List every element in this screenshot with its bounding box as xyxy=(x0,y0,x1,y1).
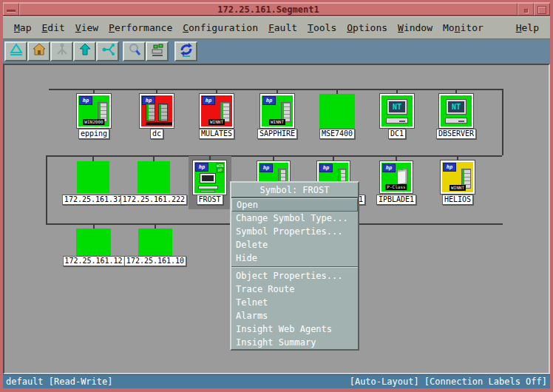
hp-logo-icon: hp xyxy=(382,163,396,172)
map-node-172-25-161-37[interactable] xyxy=(77,161,109,193)
node-label-mulates: MULATES xyxy=(199,129,234,139)
node-connector-stub xyxy=(396,155,397,161)
auto-layout-icon xyxy=(150,42,165,60)
menu-options[interactable]: Options xyxy=(342,21,393,35)
hp-logo-icon: hp xyxy=(319,163,333,172)
quick-navigator-button[interactable] xyxy=(96,41,119,61)
network-bus-line[interactable] xyxy=(49,89,502,90)
map-node-dc1[interactable]: NT xyxy=(380,94,414,128)
menu-performance[interactable]: Performance xyxy=(104,21,177,35)
hp-logo-icon: hp xyxy=(262,96,276,105)
root-submap-button[interactable] xyxy=(50,41,73,61)
os-version-badge: WINNT xyxy=(269,119,285,125)
node-label-172-25-161-222: 172.25.161.222 xyxy=(121,195,187,205)
home-submap-button[interactable] xyxy=(27,41,50,61)
node-label-ipblade1: IPBLADE1 xyxy=(376,195,416,205)
pan-zoom-icon xyxy=(127,42,142,60)
node-label-frost: FROST xyxy=(196,195,223,205)
menu-item-object-properties[interactable]: Object Properties... xyxy=(231,269,358,283)
hp-logo-icon: hp xyxy=(259,163,273,172)
menu-fault[interactable]: Fault xyxy=(263,21,302,35)
window-menu-button[interactable] xyxy=(3,3,19,16)
node-label-dc: dc xyxy=(150,129,163,139)
auto-layout-button[interactable] xyxy=(146,41,169,61)
map-node-sapphire[interactable]: hpWINNT xyxy=(260,94,294,128)
map-node-mulates[interactable]: hpWINNT xyxy=(200,94,234,128)
node-label-sapphire: SAPPHIRE xyxy=(257,129,297,139)
window-title: 172.25.161.Segment1 xyxy=(19,3,518,16)
menu-map[interactable]: Map xyxy=(9,21,36,35)
hp-logo-icon: hp xyxy=(195,163,208,172)
parent-submap-button[interactable] xyxy=(73,41,96,61)
menu-edit[interactable]: Edit xyxy=(36,21,69,35)
menu-item-symbol-properties[interactable]: Symbol Properties... xyxy=(231,225,358,238)
status-map-context: default [Read-Write] xyxy=(6,376,113,387)
node-connector-stub xyxy=(457,155,458,160)
node-label-172-25-161-37: 172.25.161.37 xyxy=(62,195,124,205)
window-menu-icon xyxy=(7,10,16,12)
pc-base-icon xyxy=(445,118,467,124)
node-connector-stub xyxy=(155,223,156,229)
application-window: 172.25.161.Segment1 MapEditViewPerforman… xyxy=(0,0,553,392)
os-version-badge: P-Class xyxy=(385,184,407,190)
menu-configuration[interactable]: Configuration xyxy=(177,21,263,35)
node-connector-stub xyxy=(93,89,95,94)
menubar: MapEditViewPerformanceConfigurationFault… xyxy=(3,16,550,39)
maximize-button[interactable] xyxy=(534,3,550,16)
menu-item-delete[interactable]: Delete xyxy=(231,238,358,251)
menu-item-trace-route[interactable]: Trace Route xyxy=(231,283,358,296)
symbol-context-menu: Symbol: FROSTOpenChange Symbol Type...Sy… xyxy=(230,181,359,351)
node-connector-stub xyxy=(92,155,94,161)
map-node-dc[interactable]: hp xyxy=(140,94,174,128)
pc-base-icon xyxy=(386,118,408,124)
map-node-mse7400[interactable] xyxy=(319,94,355,129)
menu-help[interactable]: Help xyxy=(511,21,544,35)
node-label-172-25-161-10: 172.25.161.10 xyxy=(124,256,186,266)
menu-item-insight-summary[interactable]: Insight Summary xyxy=(231,336,358,349)
map-node-172-25-161-222[interactable] xyxy=(138,161,170,193)
menu-item-alarms[interactable]: Alarms xyxy=(231,309,358,322)
menu-monitor[interactable]: Monitor xyxy=(438,21,489,35)
node-connector-stub xyxy=(93,223,95,229)
menu-item-open[interactable]: Open xyxy=(231,198,358,212)
hp-openview-button[interactable] xyxy=(174,41,197,61)
map-node-epping[interactable]: hpWIN2000 xyxy=(77,94,111,128)
status-layout-flags: [Auto-Layout] [Connection Labels Off] xyxy=(350,376,547,387)
node-label-dc1: DC1 xyxy=(388,129,406,139)
map-node-ipblade1[interactable]: hpP-Class xyxy=(380,161,413,193)
node-label-172-25-161-12: 172.25.161.12 xyxy=(62,256,124,266)
minimize-button[interactable] xyxy=(518,3,534,16)
maximize-icon xyxy=(537,6,546,14)
menu-item-telnet[interactable]: Telnet xyxy=(231,296,358,309)
pan-zoom-button[interactable] xyxy=(123,41,146,61)
menu-tools[interactable]: Tools xyxy=(302,21,342,35)
menu-item-insight-web-agents[interactable]: Insight Web Agents xyxy=(231,322,358,336)
map-node-dbserver[interactable]: NT xyxy=(439,94,473,128)
os-version-badge: WINNT xyxy=(208,119,225,125)
monitor-icon xyxy=(200,173,216,183)
node-label-epping: epping xyxy=(78,129,109,139)
menu-view[interactable]: View xyxy=(70,21,104,35)
home-submap-icon xyxy=(32,42,47,60)
node-connector-stub xyxy=(455,89,457,94)
map-node-helios[interactable]: hpWINNT xyxy=(441,160,475,194)
root-submap-icon xyxy=(55,42,69,60)
os-version-badge: WINNT xyxy=(449,185,466,191)
menu-item-hide[interactable]: Hide xyxy=(231,251,358,265)
nt-monitor-icon: NT xyxy=(387,99,407,115)
minimize-icon xyxy=(524,9,528,13)
hp-logo-icon: hp xyxy=(202,96,215,105)
node-label-helios: HELIOS xyxy=(442,195,473,205)
node-connector-stub xyxy=(156,89,157,94)
menu-item-change-symbol-type[interactable]: Change Symbol Type... xyxy=(231,212,358,225)
map-node-frost[interactable]: hpWIN XP xyxy=(193,160,226,195)
menu-window[interactable]: Window xyxy=(393,21,438,35)
node-connector-stub xyxy=(273,155,274,161)
menu-separator xyxy=(231,266,358,268)
dual-server-icon xyxy=(144,104,169,123)
network-map-canvas[interactable]: hpWIN2000eppinghpdchpWINNTMULATEShpWINNT… xyxy=(3,64,550,374)
window-titlebar: 172.25.161.Segment1 xyxy=(3,2,550,16)
node-connector-stub xyxy=(209,155,211,160)
submap-window-button[interactable] xyxy=(4,41,27,61)
hp-logo-icon: hp xyxy=(79,96,92,105)
